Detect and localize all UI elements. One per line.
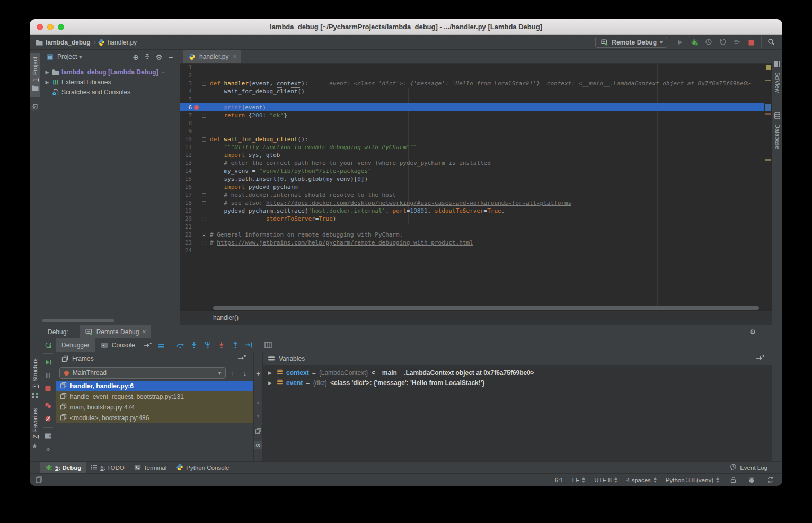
breakpoint-gutter[interactable]: [192, 88, 200, 95]
layout-settings-button[interactable]: [261, 338, 275, 351]
step-over-button[interactable]: [173, 338, 187, 351]
title-bar[interactable]: lambda_debug [~/PycharmProjects/lambda_d…: [30, 19, 782, 35]
show-execution-point-button[interactable]: [140, 339, 154, 352]
expand-arrow-icon[interactable]: ▶: [268, 380, 273, 386]
expand-arrow-icon[interactable]: ▶: [43, 80, 51, 85]
tab-console[interactable]: Console: [95, 338, 140, 352]
stack-frame-item[interactable]: handler, handler.py:6: [56, 381, 253, 391]
project-tree-item[interactable]: ▶ lambda_debug [Lambda Debug] ~: [40, 67, 180, 77]
expand-arrow-icon[interactable]: ▶: [43, 69, 51, 75]
breakpoint-gutter[interactable]: [192, 167, 200, 175]
step-into-button[interactable]: [187, 338, 201, 351]
variable-row[interactable]: ▶ context = {LambdaContext} <__main__.La…: [263, 368, 772, 378]
show-execution-point-icon[interactable]: [756, 355, 764, 363]
project-settings-button[interactable]: ⚙: [153, 51, 165, 63]
editor-horizontal-scrollbar[interactable]: [213, 306, 759, 310]
breakpoint-gutter[interactable]: [192, 231, 200, 239]
hide-panel-button[interactable]: −: [165, 51, 176, 63]
resume-program-button[interactable]: [41, 355, 56, 369]
previous-frame-button[interactable]: ↑: [226, 369, 239, 377]
error-stripe-mark[interactable]: [765, 104, 771, 111]
view-breakpoints-button[interactable]: [41, 399, 56, 412]
status-widget-utf-8[interactable]: UTF-8: [594, 477, 617, 483]
breadcrumb-project[interactable]: lambda_debug: [46, 39, 91, 46]
error-stripe[interactable]: [764, 64, 772, 306]
fold-marker-icon[interactable]: [200, 191, 208, 199]
breakpoint-gutter[interactable]: [192, 111, 200, 119]
fold-marker-icon[interactable]: [200, 199, 208, 207]
profiler-button[interactable]: [701, 36, 716, 48]
remove-watch-button[interactable]: −: [254, 383, 262, 392]
breakpoint-gutter[interactable]: [192, 247, 200, 255]
breakpoint-gutter[interactable]: [192, 64, 200, 72]
restore-layout-button[interactable]: [41, 429, 56, 442]
fold-marker-icon[interactable]: [200, 239, 208, 247]
error-stripe-mark[interactable]: [765, 113, 771, 115]
fold-marker-icon[interactable]: [200, 111, 208, 119]
inspections-profile-icon[interactable]: [747, 476, 756, 483]
breakpoint-gutter[interactable]: [192, 151, 200, 159]
tool-stripe-sciview[interactable]: SciView: [772, 56, 783, 97]
tool-stripe-favorites[interactable]: 2: Favorites ★: [30, 404, 40, 454]
breakpoint-gutter[interactable]: [192, 191, 200, 199]
run-button[interactable]: [673, 36, 687, 49]
more-actions-button[interactable]: »: [41, 442, 56, 456]
debug-session-tab[interactable]: Remote Debug ×: [80, 325, 151, 338]
breakpoint-gutter[interactable]: [192, 183, 200, 191]
move-watch-up-button[interactable]: ▲: [254, 398, 262, 406]
breakpoint-gutter[interactable]: [192, 80, 200, 88]
error-stripe-mark[interactable]: [765, 80, 771, 81]
breakpoint-gutter[interactable]: [192, 95, 200, 103]
chevron-down-icon[interactable]: ▾: [79, 54, 82, 60]
tool-window-button-pythonconsole[interactable]: Python Console: [171, 462, 234, 474]
breadcrumb-file[interactable]: handler.py: [108, 39, 137, 46]
close-tab-icon[interactable]: ×: [233, 53, 236, 60]
hide-panel-icon[interactable]: −: [759, 328, 772, 336]
breakpoint-gutter[interactable]: [192, 119, 200, 127]
caret-position-widget[interactable]: 6:1: [555, 477, 563, 483]
tab-debugger[interactable]: Debugger: [56, 338, 95, 352]
editor-tab-handler[interactable]: handler.py ×: [183, 50, 241, 63]
expand-arrow-icon[interactable]: ▶: [268, 370, 273, 376]
tool-window-button-terminal[interactable]: Terminal: [129, 462, 171, 474]
status-widget-4-spaces[interactable]: 4 spaces: [626, 477, 657, 483]
breakpoint-gutter[interactable]: [192, 159, 200, 167]
step-into-my-code-button[interactable]: [215, 338, 228, 351]
tool-window-stripe-icon[interactable]: [31, 103, 38, 113]
show-execution-point-icon[interactable]: [237, 355, 246, 363]
tool-window-button-debug[interactable]: 5: Debug: [40, 462, 86, 474]
breakpoint-gutter[interactable]: [192, 239, 200, 247]
new-watch-button[interactable]: +: [254, 369, 262, 378]
breakpoint-gutter[interactable]: [192, 72, 200, 80]
tool-window-button-todo[interactable]: 6: TODO: [86, 462, 129, 474]
tool-window-switcher-icon[interactable]: [34, 476, 43, 483]
fold-marker-icon[interactable]: [200, 80, 208, 88]
code-editor[interactable]: 1 2 3 def handler(event, context): event…: [180, 64, 772, 306]
breakpoint-icon[interactable]: [192, 103, 200, 111]
project-panel-title[interactable]: Project: [57, 53, 77, 60]
project-tree-item[interactable]: Scratches and Consoles: [40, 87, 180, 97]
next-frame-button[interactable]: ↓: [239, 369, 251, 377]
mute-breakpoints-button[interactable]: [41, 412, 56, 425]
sync-settings-icon[interactable]: [765, 476, 775, 483]
debug-button[interactable]: [687, 36, 701, 48]
fold-marker-icon[interactable]: [200, 215, 208, 223]
error-stripe-mark[interactable]: [765, 159, 771, 161]
tool-stripe-project[interactable]: 1: Project: [30, 53, 40, 97]
breadcrumb-scope[interactable]: handler(): [213, 314, 239, 321]
breakpoint-gutter[interactable]: [192, 135, 200, 143]
thread-selector[interactable]: MainThread ▾: [59, 367, 226, 379]
breakpoint-gutter[interactable]: [192, 175, 200, 183]
fold-marker-icon[interactable]: [200, 231, 208, 239]
breakpoint-gutter[interactable]: [192, 207, 200, 215]
stack-frame-item[interactable]: handle_event_request, bootstrap.py:131: [56, 391, 253, 402]
view-options-button[interactable]: [154, 339, 168, 352]
breakpoint-gutter[interactable]: [192, 127, 200, 135]
duplicate-watch-button[interactable]: [254, 426, 262, 435]
tool-stripe-database[interactable]: Database: [772, 108, 783, 153]
collapse-all-button[interactable]: [142, 51, 153, 63]
locate-file-button[interactable]: ⊕: [130, 51, 142, 63]
move-watch-down-button[interactable]: ▼: [254, 412, 262, 421]
run-config-selector[interactable]: Remote Debug ▾: [595, 37, 667, 48]
fold-marker-icon[interactable]: [200, 135, 208, 143]
